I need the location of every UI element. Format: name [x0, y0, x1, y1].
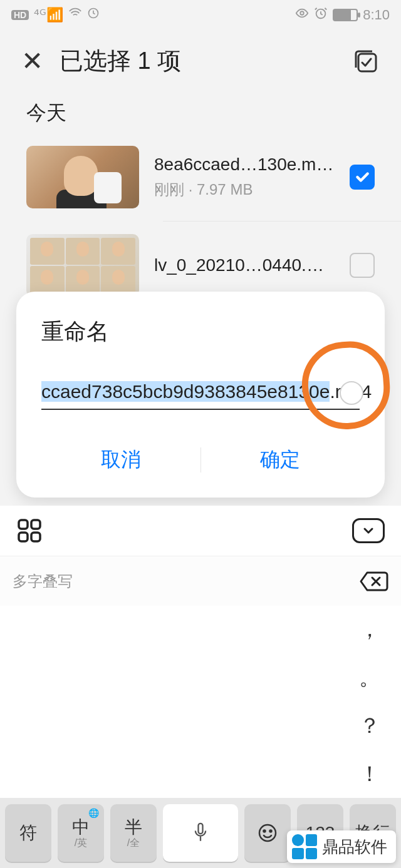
file-name: lv_0_20210…0440.mp4: [154, 255, 335, 275]
punct-key[interactable]: 。: [338, 654, 401, 702]
file-meta: 刚刚 · 7.97 MB: [154, 180, 335, 200]
alarm-icon: [314, 6, 328, 24]
rename-input[interactable]: ccaed738c5bcb9d9383845e8130e.mp4: [41, 381, 360, 410]
watermark: 鼎品软件: [287, 830, 396, 863]
confirm-button[interactable]: 确定: [201, 437, 360, 483]
checkbox-unchecked[interactable]: [350, 253, 375, 278]
sync-icon: [87, 7, 100, 23]
status-bar: HD ⁴ᴳ📶 8:10: [0, 0, 401, 30]
wifi-icon: [68, 6, 82, 24]
key-lang[interactable]: 🌐 中/英: [58, 804, 104, 862]
svg-rect-5: [31, 520, 40, 529]
backspace-icon[interactable]: [358, 569, 388, 594]
selection-header: ✕ 已选择 1 项: [0, 30, 401, 100]
signal-icon: ⁴ᴳ📶: [34, 7, 63, 23]
svg-point-9: [259, 825, 276, 841]
video-thumbnail: [26, 146, 139, 208]
svg-rect-8: [199, 824, 203, 834]
candidate-hint: 多字叠写: [13, 571, 73, 591]
watermark-text: 鼎品软件: [322, 836, 387, 858]
status-time: 8:10: [363, 7, 390, 23]
ime-toolbar: [0, 506, 401, 556]
file-name: 8ea6ccaed…130e.mp4: [154, 155, 335, 175]
select-all-button[interactable]: [352, 48, 380, 75]
clear-input-icon[interactable]: [340, 381, 363, 405]
key-width[interactable]: 半/全: [110, 804, 157, 862]
watermark-logo-icon: [292, 834, 317, 859]
ime-apps-icon[interactable]: [16, 518, 43, 544]
punctuation-column: ， 。 ？ ！: [338, 606, 401, 798]
ime-collapse-button[interactable]: [352, 518, 385, 543]
video-thumbnail: [26, 234, 139, 297]
svg-rect-6: [19, 533, 28, 541]
svg-rect-4: [19, 520, 28, 529]
section-today: 今天: [0, 100, 401, 140]
page-title: 已选择 1 项: [60, 45, 181, 77]
svg-point-10: [264, 830, 266, 832]
file-row[interactable]: 8ea6ccaed…130e.mp4 刚刚 · 7.97 MB: [0, 140, 401, 215]
svg-rect-7: [31, 533, 40, 541]
divider: [163, 221, 401, 222]
handwriting-area[interactable]: [0, 606, 338, 798]
checkbox-checked[interactable]: [350, 165, 375, 190]
punct-key[interactable]: ！: [338, 750, 401, 798]
punct-key[interactable]: ，: [338, 606, 401, 654]
key-symbol[interactable]: 符: [5, 804, 51, 862]
dialog-title: 重命名: [41, 317, 360, 347]
eye-icon: [295, 6, 309, 24]
ime-candidate-bar: 多字叠写: [0, 556, 401, 606]
cancel-button[interactable]: 取消: [41, 437, 200, 483]
close-icon[interactable]: ✕: [21, 46, 43, 76]
svg-point-11: [270, 830, 272, 832]
punct-key[interactable]: ？: [338, 702, 401, 750]
key-emoji[interactable]: [244, 804, 291, 862]
rename-dialog: 重命名 ccaed738c5bcb9d9383845e8130e.mp4 取消 …: [16, 292, 385, 498]
svg-point-1: [300, 11, 304, 15]
key-voice[interactable]: [163, 804, 238, 862]
hd-badge: HD: [11, 10, 29, 20]
battery-icon: [333, 9, 358, 21]
